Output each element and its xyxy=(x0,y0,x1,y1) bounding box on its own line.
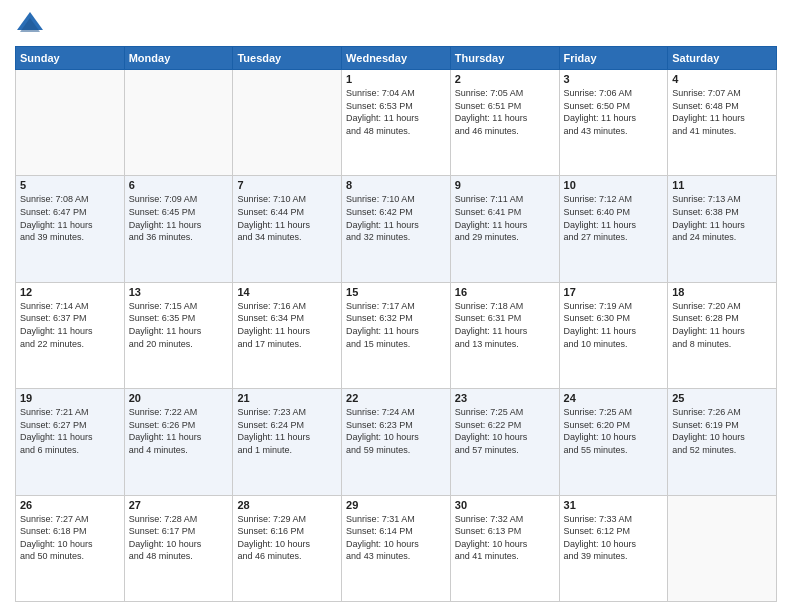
day-number: 14 xyxy=(237,286,337,298)
day-info: Sunrise: 7:06 AM Sunset: 6:50 PM Dayligh… xyxy=(564,87,664,137)
calendar-day-cell: 8Sunrise: 7:10 AM Sunset: 6:42 PM Daylig… xyxy=(342,176,451,282)
day-info: Sunrise: 7:10 AM Sunset: 6:44 PM Dayligh… xyxy=(237,193,337,243)
calendar-day-cell: 15Sunrise: 7:17 AM Sunset: 6:32 PM Dayli… xyxy=(342,282,451,388)
page: SundayMondayTuesdayWednesdayThursdayFrid… xyxy=(0,0,792,612)
day-number: 24 xyxy=(564,392,664,404)
calendar-day-cell: 25Sunrise: 7:26 AM Sunset: 6:19 PM Dayli… xyxy=(668,389,777,495)
day-number: 19 xyxy=(20,392,120,404)
calendar-day-cell: 29Sunrise: 7:31 AM Sunset: 6:14 PM Dayli… xyxy=(342,495,451,601)
day-info: Sunrise: 7:17 AM Sunset: 6:32 PM Dayligh… xyxy=(346,300,446,350)
day-number: 15 xyxy=(346,286,446,298)
day-number: 8 xyxy=(346,179,446,191)
day-number: 20 xyxy=(129,392,229,404)
day-info: Sunrise: 7:12 AM Sunset: 6:40 PM Dayligh… xyxy=(564,193,664,243)
day-number: 18 xyxy=(672,286,772,298)
calendar-day-cell xyxy=(16,70,125,176)
calendar-day-cell: 31Sunrise: 7:33 AM Sunset: 6:12 PM Dayli… xyxy=(559,495,668,601)
day-info: Sunrise: 7:07 AM Sunset: 6:48 PM Dayligh… xyxy=(672,87,772,137)
day-info: Sunrise: 7:22 AM Sunset: 6:26 PM Dayligh… xyxy=(129,406,229,456)
day-number: 22 xyxy=(346,392,446,404)
calendar-day-cell: 1Sunrise: 7:04 AM Sunset: 6:53 PM Daylig… xyxy=(342,70,451,176)
calendar-day-cell: 3Sunrise: 7:06 AM Sunset: 6:50 PM Daylig… xyxy=(559,70,668,176)
calendar-day-cell: 28Sunrise: 7:29 AM Sunset: 6:16 PM Dayli… xyxy=(233,495,342,601)
logo xyxy=(15,10,49,40)
day-info: Sunrise: 7:08 AM Sunset: 6:47 PM Dayligh… xyxy=(20,193,120,243)
calendar-day-cell: 27Sunrise: 7:28 AM Sunset: 6:17 PM Dayli… xyxy=(124,495,233,601)
calendar-day-cell: 13Sunrise: 7:15 AM Sunset: 6:35 PM Dayli… xyxy=(124,282,233,388)
day-info: Sunrise: 7:13 AM Sunset: 6:38 PM Dayligh… xyxy=(672,193,772,243)
day-info: Sunrise: 7:31 AM Sunset: 6:14 PM Dayligh… xyxy=(346,513,446,563)
day-info: Sunrise: 7:25 AM Sunset: 6:20 PM Dayligh… xyxy=(564,406,664,456)
calendar-day-cell: 23Sunrise: 7:25 AM Sunset: 6:22 PM Dayli… xyxy=(450,389,559,495)
calendar-day-cell: 14Sunrise: 7:16 AM Sunset: 6:34 PM Dayli… xyxy=(233,282,342,388)
day-number: 6 xyxy=(129,179,229,191)
day-header-friday: Friday xyxy=(559,47,668,70)
day-header-wednesday: Wednesday xyxy=(342,47,451,70)
day-number: 13 xyxy=(129,286,229,298)
calendar-day-cell: 6Sunrise: 7:09 AM Sunset: 6:45 PM Daylig… xyxy=(124,176,233,282)
calendar-day-cell: 18Sunrise: 7:20 AM Sunset: 6:28 PM Dayli… xyxy=(668,282,777,388)
day-number: 28 xyxy=(237,499,337,511)
calendar-day-cell: 11Sunrise: 7:13 AM Sunset: 6:38 PM Dayli… xyxy=(668,176,777,282)
day-number: 25 xyxy=(672,392,772,404)
calendar-header-row: SundayMondayTuesdayWednesdayThursdayFrid… xyxy=(16,47,777,70)
day-info: Sunrise: 7:10 AM Sunset: 6:42 PM Dayligh… xyxy=(346,193,446,243)
calendar-week-row: 26Sunrise: 7:27 AM Sunset: 6:18 PM Dayli… xyxy=(16,495,777,601)
calendar-day-cell: 22Sunrise: 7:24 AM Sunset: 6:23 PM Dayli… xyxy=(342,389,451,495)
day-number: 16 xyxy=(455,286,555,298)
calendar-day-cell xyxy=(124,70,233,176)
day-info: Sunrise: 7:21 AM Sunset: 6:27 PM Dayligh… xyxy=(20,406,120,456)
day-info: Sunrise: 7:25 AM Sunset: 6:22 PM Dayligh… xyxy=(455,406,555,456)
calendar-week-row: 12Sunrise: 7:14 AM Sunset: 6:37 PM Dayli… xyxy=(16,282,777,388)
day-number: 29 xyxy=(346,499,446,511)
day-info: Sunrise: 7:14 AM Sunset: 6:37 PM Dayligh… xyxy=(20,300,120,350)
calendar-week-row: 5Sunrise: 7:08 AM Sunset: 6:47 PM Daylig… xyxy=(16,176,777,282)
day-info: Sunrise: 7:33 AM Sunset: 6:12 PM Dayligh… xyxy=(564,513,664,563)
calendar-day-cell: 17Sunrise: 7:19 AM Sunset: 6:30 PM Dayli… xyxy=(559,282,668,388)
day-info: Sunrise: 7:09 AM Sunset: 6:45 PM Dayligh… xyxy=(129,193,229,243)
day-number: 30 xyxy=(455,499,555,511)
day-info: Sunrise: 7:27 AM Sunset: 6:18 PM Dayligh… xyxy=(20,513,120,563)
day-header-saturday: Saturday xyxy=(668,47,777,70)
day-info: Sunrise: 7:16 AM Sunset: 6:34 PM Dayligh… xyxy=(237,300,337,350)
calendar-week-row: 19Sunrise: 7:21 AM Sunset: 6:27 PM Dayli… xyxy=(16,389,777,495)
calendar-day-cell xyxy=(233,70,342,176)
day-header-thursday: Thursday xyxy=(450,47,559,70)
day-number: 21 xyxy=(237,392,337,404)
calendar-day-cell: 19Sunrise: 7:21 AM Sunset: 6:27 PM Dayli… xyxy=(16,389,125,495)
day-info: Sunrise: 7:23 AM Sunset: 6:24 PM Dayligh… xyxy=(237,406,337,456)
day-info: Sunrise: 7:11 AM Sunset: 6:41 PM Dayligh… xyxy=(455,193,555,243)
day-header-monday: Monday xyxy=(124,47,233,70)
calendar-day-cell: 16Sunrise: 7:18 AM Sunset: 6:31 PM Dayli… xyxy=(450,282,559,388)
day-number: 9 xyxy=(455,179,555,191)
calendar-day-cell: 12Sunrise: 7:14 AM Sunset: 6:37 PM Dayli… xyxy=(16,282,125,388)
day-number: 26 xyxy=(20,499,120,511)
calendar-day-cell: 21Sunrise: 7:23 AM Sunset: 6:24 PM Dayli… xyxy=(233,389,342,495)
day-info: Sunrise: 7:19 AM Sunset: 6:30 PM Dayligh… xyxy=(564,300,664,350)
calendar-day-cell: 10Sunrise: 7:12 AM Sunset: 6:40 PM Dayli… xyxy=(559,176,668,282)
day-number: 2 xyxy=(455,73,555,85)
day-number: 11 xyxy=(672,179,772,191)
day-info: Sunrise: 7:05 AM Sunset: 6:51 PM Dayligh… xyxy=(455,87,555,137)
day-number: 27 xyxy=(129,499,229,511)
calendar-day-cell: 5Sunrise: 7:08 AM Sunset: 6:47 PM Daylig… xyxy=(16,176,125,282)
day-number: 23 xyxy=(455,392,555,404)
logo-icon xyxy=(15,10,45,40)
day-info: Sunrise: 7:18 AM Sunset: 6:31 PM Dayligh… xyxy=(455,300,555,350)
calendar-day-cell: 24Sunrise: 7:25 AM Sunset: 6:20 PM Dayli… xyxy=(559,389,668,495)
calendar-day-cell: 4Sunrise: 7:07 AM Sunset: 6:48 PM Daylig… xyxy=(668,70,777,176)
day-info: Sunrise: 7:04 AM Sunset: 6:53 PM Dayligh… xyxy=(346,87,446,137)
day-info: Sunrise: 7:15 AM Sunset: 6:35 PM Dayligh… xyxy=(129,300,229,350)
day-number: 31 xyxy=(564,499,664,511)
day-number: 1 xyxy=(346,73,446,85)
day-number: 3 xyxy=(564,73,664,85)
day-info: Sunrise: 7:29 AM Sunset: 6:16 PM Dayligh… xyxy=(237,513,337,563)
day-header-sunday: Sunday xyxy=(16,47,125,70)
day-number: 4 xyxy=(672,73,772,85)
calendar-day-cell: 26Sunrise: 7:27 AM Sunset: 6:18 PM Dayli… xyxy=(16,495,125,601)
calendar-day-cell: 7Sunrise: 7:10 AM Sunset: 6:44 PM Daylig… xyxy=(233,176,342,282)
calendar-day-cell xyxy=(668,495,777,601)
day-number: 10 xyxy=(564,179,664,191)
day-info: Sunrise: 7:28 AM Sunset: 6:17 PM Dayligh… xyxy=(129,513,229,563)
calendar-day-cell: 2Sunrise: 7:05 AM Sunset: 6:51 PM Daylig… xyxy=(450,70,559,176)
